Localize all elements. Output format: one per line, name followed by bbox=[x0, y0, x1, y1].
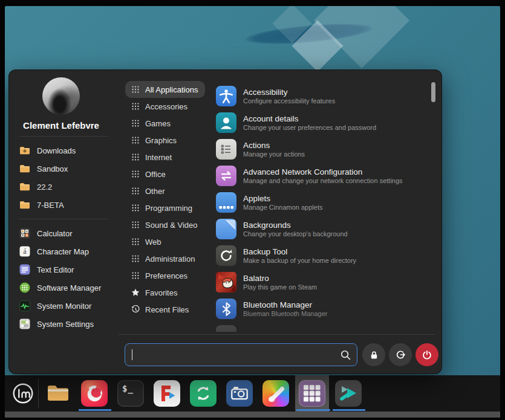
category-web[interactable]: Web bbox=[125, 233, 169, 250]
taskbar-item-sync[interactable] bbox=[190, 380, 217, 407]
scrollbar-thumb[interactable] bbox=[431, 82, 435, 102]
category-graphics[interactable]: Graphics bbox=[125, 132, 184, 149]
lock-button[interactable] bbox=[362, 343, 385, 366]
running-indicator bbox=[296, 409, 330, 411]
grid-icon bbox=[131, 221, 140, 228]
app-subtitle: Manage Cinnamon applets bbox=[243, 204, 322, 212]
app-grid-icon bbox=[299, 380, 325, 407]
star-icon bbox=[131, 288, 140, 297]
taskbar-item-files[interactable] bbox=[45, 380, 71, 407]
sidebar-item-label: Software Manager bbox=[37, 283, 101, 292]
category-label: Sound & Video bbox=[145, 221, 198, 230]
balatro-icon bbox=[216, 272, 236, 292]
app-backup-tool[interactable]: Backup Tool Make a backup of your home d… bbox=[213, 242, 432, 269]
network-icon bbox=[216, 166, 236, 186]
category-label: Preferences bbox=[145, 271, 187, 280]
place-sandbox[interactable]: Sandbox bbox=[14, 160, 120, 178]
app-text: Account details Change your user prefere… bbox=[243, 114, 376, 132]
place-downloads[interactable]: Downloads bbox=[14, 141, 120, 160]
category-preferences[interactable]: Preferences bbox=[125, 267, 195, 284]
grid-icon bbox=[131, 120, 140, 127]
app-text: Accessibility Configure accessibility fe… bbox=[243, 88, 335, 105]
logout-button[interactable] bbox=[389, 343, 412, 366]
app-accessibility[interactable]: Accessibility Configure accessibility fe… bbox=[213, 83, 432, 109]
taskbar-item-freetube[interactable] bbox=[154, 380, 180, 407]
sidebar-item-label: 7-BETA bbox=[37, 201, 64, 210]
place-7-beta[interactable]: 7-BETA bbox=[14, 196, 120, 214]
sidebar-item-label: Calculator bbox=[37, 229, 73, 238]
taskbar-item-terminal[interactable]: $_ bbox=[117, 380, 144, 407]
category-programming[interactable]: Programming bbox=[125, 199, 200, 216]
category-label: Administration bbox=[145, 254, 195, 263]
calculator-icon bbox=[19, 227, 31, 239]
user-name: Clement Lefebvre bbox=[9, 120, 113, 131]
taskbar-item-firefox[interactable] bbox=[81, 380, 108, 407]
grid-icon bbox=[131, 137, 140, 144]
screen-bottom-strip bbox=[5, 412, 500, 418]
user-avatar[interactable] bbox=[42, 77, 80, 115]
place-22-2[interactable]: 22.2 bbox=[14, 178, 120, 196]
search-input[interactable] bbox=[125, 343, 357, 366]
accessibility-icon bbox=[216, 86, 236, 106]
category-favorites[interactable]: Favorites bbox=[125, 284, 184, 301]
actions-icon bbox=[216, 139, 236, 160]
app-title: Backgrounds bbox=[243, 221, 348, 230]
running-indicator bbox=[79, 409, 111, 411]
sidebar-item-text-editor[interactable]: Text Editor bbox=[14, 260, 120, 279]
category-all-applications[interactable]: All Applications bbox=[125, 81, 205, 98]
category-label: Internet bbox=[145, 153, 172, 162]
app-account-details[interactable]: Account details Change your user prefere… bbox=[213, 109, 432, 136]
divider bbox=[19, 136, 108, 137]
app-list-item-partial[interactable] bbox=[213, 322, 432, 332]
app-actions[interactable]: Actions Manage your actions bbox=[213, 136, 432, 163]
app-text: Backgrounds Change your desktop's backgr… bbox=[243, 221, 348, 238]
sidebar-item-software-manager[interactable]: Software Manager bbox=[14, 279, 120, 297]
running-indicator bbox=[333, 409, 365, 411]
app-applets[interactable]: Applets Manage Cinnamon applets bbox=[213, 189, 432, 216]
sidebar-item-character-map[interactable]: á Character Map bbox=[14, 242, 120, 260]
category-office[interactable]: Office bbox=[125, 166, 173, 183]
taskbar-item-app-grid[interactable] bbox=[299, 380, 325, 407]
app-backgrounds[interactable]: Backgrounds Change your desktop's backgr… bbox=[213, 216, 432, 242]
grid-icon bbox=[131, 187, 140, 195]
app-text: Actions Manage your actions bbox=[243, 141, 305, 158]
taskbar-item-warpinator[interactable] bbox=[335, 380, 362, 407]
category-internet[interactable]: Internet bbox=[125, 149, 179, 166]
taskbar-item-menu[interactable] bbox=[10, 380, 36, 407]
recent-icon bbox=[131, 305, 140, 314]
sidebar-item-label: Sandbox bbox=[37, 164, 68, 173]
category-sound-video[interactable]: Sound & Video bbox=[125, 216, 205, 233]
category-administration[interactable]: Administration bbox=[125, 250, 202, 267]
power-button[interactable] bbox=[415, 343, 438, 366]
sidebar-item-system-settings[interactable]: System Settings bbox=[14, 315, 120, 333]
software-manager-icon bbox=[19, 282, 31, 294]
taskbar-item-camera[interactable] bbox=[226, 380, 253, 407]
desktop-wallpaper: $_ bbox=[5, 6, 500, 412]
divider bbox=[19, 219, 108, 219]
drawing-icon bbox=[262, 380, 289, 407]
sidebar-item-system-monitor[interactable]: System Monitor bbox=[14, 297, 120, 315]
taskbar-item-drawing[interactable] bbox=[262, 380, 289, 407]
logout-icon bbox=[395, 349, 406, 360]
category-label: Recent Files bbox=[145, 305, 189, 314]
search-icon[interactable] bbox=[339, 349, 351, 361]
app-title: Accessibility bbox=[243, 88, 335, 97]
grid-icon bbox=[131, 204, 140, 212]
category-accessories[interactable]: Accessories bbox=[125, 98, 195, 115]
sidebar-item-calculator[interactable]: Calculator bbox=[14, 224, 120, 242]
firefox-icon bbox=[81, 380, 108, 407]
category-other[interactable]: Other bbox=[125, 183, 172, 199]
camera-icon bbox=[226, 380, 253, 407]
screen: { "user": { "name": "Clement Lefebvre" }… bbox=[0, 0, 505, 420]
category-recent-files[interactable]: Recent Files bbox=[125, 301, 196, 318]
app-title: Backup Tool bbox=[243, 247, 356, 256]
app-title: Applets bbox=[243, 194, 322, 203]
app-text: Bluetooth Manager Blueman Bluetooth Mana… bbox=[243, 300, 327, 318]
app-advanced-network-configuration[interactable]: Advanced Network Configuration Manage an… bbox=[213, 163, 432, 189]
app-balatro[interactable]: Balatro Play this game on Steam bbox=[213, 269, 432, 296]
category-games[interactable]: Games bbox=[125, 115, 178, 132]
app-bluetooth-manager[interactable]: Bluetooth Manager Blueman Bluetooth Mana… bbox=[213, 296, 432, 322]
sidebar-item-label: 22.2 bbox=[37, 183, 52, 192]
app-subtitle: Manage your actions bbox=[243, 150, 305, 158]
account-details-icon bbox=[216, 112, 236, 133]
